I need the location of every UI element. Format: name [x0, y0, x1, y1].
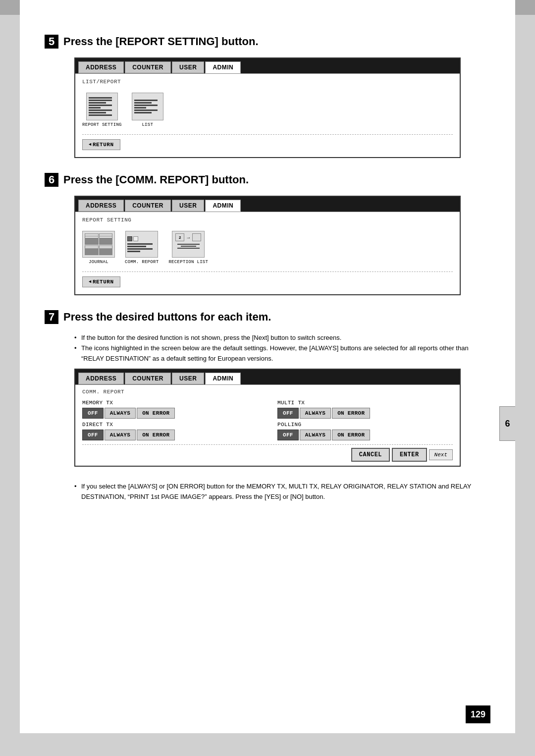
- step7-memory-tx-buttons: OFF ALWAYS ON ERROR: [82, 408, 258, 419]
- step7-polling-off[interactable]: OFF: [277, 430, 299, 440]
- step7-col-memory-tx: MEMORY TX OFF ALWAYS ON ERROR: [82, 400, 258, 419]
- step6-icon-journal[interactable]: JOURNAL: [82, 231, 115, 265]
- step7-section-label: COMM. REPORT: [82, 389, 453, 395]
- step7-direct-tx-label: DIRECT TX: [82, 422, 258, 428]
- step7-screen: ADDRESS COUNTER USER ADMIN COMM. REPORT …: [74, 369, 461, 467]
- step6-return-row: RETURN: [82, 271, 453, 287]
- step7-tab-counter[interactable]: COUNTER: [125, 373, 171, 384]
- step5-return-row: RETURN: [82, 134, 453, 150]
- step5-return-btn[interactable]: RETURN: [82, 139, 120, 150]
- step5-report-setting-label: REPORT SETTING: [82, 122, 122, 127]
- step5-list-label: LIST: [142, 122, 153, 127]
- step7-col-polling: POLLING OFF ALWAYS ON ERROR: [277, 422, 453, 440]
- step7-direct-tx-on-error[interactable]: ON ERROR: [137, 430, 175, 440]
- step7-footer-bullets: If you select the [ALWAYS] or [ON ERROR]…: [74, 482, 490, 502]
- step6-section-label: REPORT SETTING: [82, 217, 453, 223]
- step7-heading: 7 Press the desired buttons for each ite…: [45, 310, 490, 324]
- step7-direct-tx-off[interactable]: OFF: [82, 430, 104, 440]
- step7-cancel-btn[interactable]: CANCEL: [351, 448, 390, 462]
- step5-number: 5: [45, 35, 58, 49]
- step7-polling-always[interactable]: ALWAYS: [300, 430, 331, 440]
- step7-enter-btn[interactable]: ENTER: [392, 448, 427, 462]
- step6-icon-reception-list[interactable]: 2 → RECEPTION LIST: [168, 231, 208, 265]
- step7-next-btn[interactable]: Next: [429, 449, 453, 460]
- step6-heading: 6 Press the [COMM. REPORT] button.: [45, 173, 490, 187]
- step7-polling-buttons: OFF ALWAYS ON ERROR: [277, 430, 453, 440]
- step7-multi-tx-always[interactable]: ALWAYS: [300, 408, 331, 419]
- step7-tab-address[interactable]: ADDRESS: [78, 373, 124, 384]
- step5-icon-list[interactable]: LIST: [132, 93, 163, 127]
- step6-tab-user[interactable]: USER: [172, 200, 204, 212]
- step7-tab-bar: ADDRESS COUNTER USER ADMIN: [75, 370, 460, 384]
- step7-tab-admin[interactable]: ADMIN: [205, 373, 241, 384]
- step7-memory-tx-off[interactable]: OFF: [82, 408, 104, 419]
- step7-bottom-buttons: CANCEL ENTER Next: [82, 444, 453, 462]
- step6-title: Press the [COMM. REPORT] button.: [63, 173, 249, 186]
- step5-list-box: [132, 93, 163, 120]
- step7-multi-tx-buttons: OFF ALWAYS ON ERROR: [277, 408, 453, 419]
- step7-tab-user[interactable]: USER: [172, 373, 204, 384]
- step5-screen: ADDRESS COUNTER USER ADMIN LIST/REPORT: [74, 57, 461, 158]
- step5-report-setting-box: [86, 93, 118, 120]
- step5-tab-user[interactable]: USER: [172, 61, 204, 73]
- step6-tab-admin[interactable]: ADMIN: [205, 200, 241, 212]
- step7-row-2: DIRECT TX OFF ALWAYS ON ERROR POLLING OF…: [82, 422, 453, 440]
- step6-icon-row: JOURNAL: [82, 228, 453, 268]
- step7-direct-tx-always[interactable]: ALWAYS: [105, 430, 136, 440]
- step7-row-1: MEMORY TX OFF ALWAYS ON ERROR MULTI TX O…: [82, 400, 453, 419]
- step6-number: 6: [45, 173, 58, 187]
- step7-multi-tx-on-error[interactable]: ON ERROR: [332, 408, 370, 419]
- step7-title: Press the desired buttons for each item.: [63, 311, 271, 324]
- step6-journal-label: JOURNAL: [89, 260, 108, 265]
- step7-col-direct-tx: DIRECT TX OFF ALWAYS ON ERROR: [82, 422, 258, 440]
- step6-journal-box: [82, 231, 115, 258]
- step5-section-label: LIST/REPORT: [82, 79, 453, 85]
- step6-return-btn[interactable]: RETURN: [82, 276, 120, 287]
- step5-title: Press the [REPORT SETTING] button.: [63, 35, 259, 48]
- step5-tab-bar: ADDRESS COUNTER USER ADMIN: [75, 58, 460, 73]
- step7-bullets: If the button for the desired function i…: [74, 333, 490, 364]
- step6-comm-report-label: COMM. REPORT: [125, 260, 159, 265]
- step6-tab-bar: ADDRESS COUNTER USER ADMIN: [75, 197, 460, 212]
- step7-col-multi-tx: MULTI TX OFF ALWAYS ON ERROR: [277, 400, 453, 419]
- step5-tab-counter[interactable]: COUNTER: [125, 61, 171, 73]
- step7-polling-on-error[interactable]: ON ERROR: [332, 430, 370, 440]
- step6-reception-list-label: RECEPTION LIST: [168, 260, 208, 265]
- step5-screen-content: LIST/REPORT: [75, 73, 460, 157]
- step6-screen: ADDRESS COUNTER USER ADMIN REPORT SETTIN…: [74, 196, 461, 295]
- step6-comm-report-box: [125, 231, 158, 258]
- step7-footer-bullet-1: If you select the [ALWAYS] or [ON ERROR]…: [74, 482, 490, 502]
- step7-memory-tx-always[interactable]: ALWAYS: [105, 408, 136, 419]
- step7-bullet-1: If the button for the desired function i…: [74, 333, 490, 343]
- page-content: 5 Press the [REPORT SETTING] button. ADD…: [20, 0, 515, 733]
- page-number: 129: [466, 705, 490, 723]
- step5-tab-admin[interactable]: ADMIN: [205, 61, 241, 73]
- step5-icon-row: REPORT SETTING LIST: [82, 90, 453, 130]
- step5-heading: 5 Press the [REPORT SETTING] button.: [45, 35, 490, 49]
- step6-screen-content: REPORT SETTING: [75, 212, 460, 294]
- step5-icon-report-setting[interactable]: REPORT SETTING: [82, 93, 122, 127]
- step7-number: 7: [45, 310, 58, 324]
- step7-direct-tx-buttons: OFF ALWAYS ON ERROR: [82, 430, 258, 440]
- step7-multi-tx-off[interactable]: OFF: [277, 408, 299, 419]
- step7-polling-label: POLLING: [277, 422, 453, 428]
- side-tab: 6: [499, 406, 515, 441]
- step7-multi-tx-label: MULTI TX: [277, 400, 453, 406]
- step6-icon-comm-report[interactable]: COMM. REPORT: [125, 231, 159, 265]
- step5-tab-address[interactable]: ADDRESS: [78, 61, 124, 73]
- step6-tab-counter[interactable]: COUNTER: [125, 200, 171, 212]
- step6-reception-list-box: 2 →: [172, 231, 205, 258]
- step7-screen-content: COMM. REPORT MEMORY TX OFF ALWAYS ON ERR…: [75, 384, 460, 466]
- step7-memory-tx-on-error[interactable]: ON ERROR: [137, 408, 175, 419]
- step7-bullet-2: The icons highlighted in the screen belo…: [74, 343, 490, 364]
- step6-tab-address[interactable]: ADDRESS: [78, 200, 124, 212]
- step7-memory-tx-label: MEMORY TX: [82, 400, 258, 406]
